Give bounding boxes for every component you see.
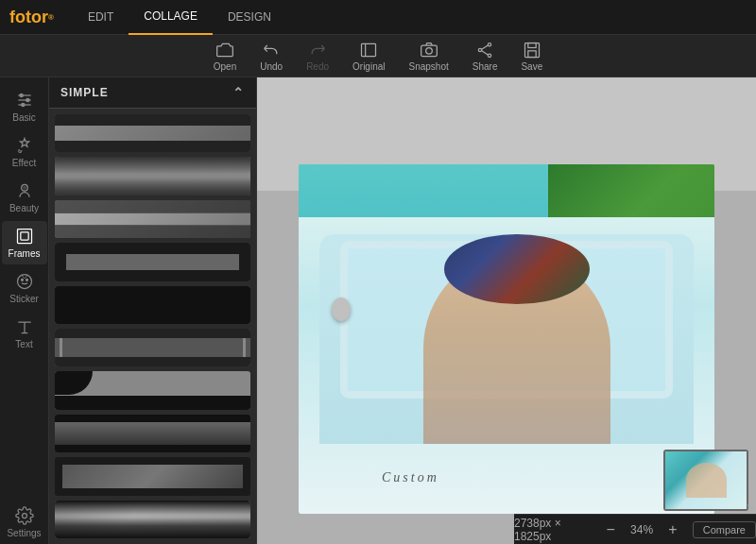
zoom-level: 34%	[630, 523, 653, 536]
redo-button[interactable]: Redo	[306, 41, 329, 72]
sliders-icon	[15, 91, 34, 110]
svg-rect-10	[528, 42, 536, 47]
original-label: Original	[352, 61, 385, 72]
share-button[interactable]: Share	[472, 41, 498, 72]
logo-superscript: ®	[48, 13, 54, 22]
svg-rect-0	[362, 43, 376, 56]
original-icon	[359, 41, 378, 60]
svg-point-19	[23, 186, 26, 189]
sidebar-item-settings[interactable]: Settings	[2, 501, 47, 544]
svg-point-6	[488, 54, 490, 57]
thumbnail-inner	[665, 451, 747, 509]
panel-section-title: SIMPLE	[60, 86, 109, 99]
sidebar-settings-label: Settings	[7, 528, 41, 538]
zoom-increase-button[interactable]: +	[664, 521, 681, 538]
snapshot-button[interactable]: Snapshot	[409, 41, 449, 72]
nav-design[interactable]: DESIGN	[213, 0, 286, 35]
svg-line-7	[482, 45, 489, 49]
sidebar-basic-label: Basic	[12, 112, 35, 123]
resize-handle-icon[interactable]: ⤡	[747, 502, 756, 511]
svg-rect-11	[528, 50, 536, 57]
svg-point-22	[17, 275, 31, 289]
snapshot-label: Snapshot	[409, 61, 449, 72]
frame-thumb-3[interactable]	[55, 200, 250, 238]
redo-icon	[308, 41, 327, 60]
save-button[interactable]: Save	[521, 41, 542, 72]
open-icon	[215, 41, 234, 60]
sidebar-item-sticker[interactable]: Sticker	[2, 266, 47, 310]
beauty-icon	[15, 181, 34, 200]
nav-collage[interactable]: COLLAGE	[129, 0, 213, 35]
frame-thumb-5[interactable]	[55, 286, 250, 324]
svg-line-8	[482, 50, 489, 54]
svg-point-5	[478, 48, 481, 51]
frame-thumb-6[interactable]	[55, 329, 250, 366]
frame-thumb-1[interactable]	[55, 114, 250, 152]
svg-point-4	[488, 42, 490, 45]
svg-point-17	[21, 103, 24, 106]
settings-icon	[15, 506, 34, 525]
sidebar-frames-label: Frames	[9, 248, 41, 259]
open-label: Open	[214, 61, 236, 72]
canvas-area: Custom ⤡ 2738px × 1825px − 34% + Compare	[257, 77, 756, 544]
frame-thumb-10[interactable]	[55, 501, 250, 538]
effect-icon	[15, 136, 34, 155]
text-icon	[15, 317, 34, 336]
sidebar-item-frames[interactable]: Frames	[2, 221, 47, 264]
svg-point-24	[26, 279, 27, 280]
svg-point-16	[26, 98, 28, 101]
save-label: Save	[521, 61, 542, 72]
frame-thumb-2[interactable]	[55, 157, 250, 195]
panel-header: SIMPLE ⌃	[49, 77, 256, 109]
panel-chevron-icon[interactable]: ⌃	[232, 85, 245, 100]
save-icon	[523, 41, 541, 60]
undo-icon	[262, 41, 281, 60]
top-nav: fotor® EDIT COLLAGE DESIGN	[0, 0, 756, 35]
compare-button[interactable]: Compare	[693, 521, 756, 538]
sidebar-item-text[interactable]: Text	[2, 312, 47, 355]
original-button[interactable]: Original	[352, 41, 385, 72]
frames-panel: SIMPLE ⌃	[49, 77, 257, 544]
status-bar: 2738px × 1825px − 34% + Compare	[514, 514, 756, 544]
svg-point-3	[425, 47, 432, 54]
svg-point-15	[20, 94, 23, 96]
logo: fotor®	[9, 8, 54, 27]
snapshot-icon	[420, 41, 438, 60]
frames-icon	[15, 227, 34, 246]
sidebar-text-label: Text	[15, 339, 32, 349]
frames-list	[49, 109, 256, 544]
share-icon	[475, 41, 494, 60]
open-button[interactable]: Open	[214, 41, 236, 72]
sidebar-beauty-label: Beauty	[9, 203, 39, 213]
frame-thumb-7[interactable]	[55, 371, 250, 409]
share-label: Share	[472, 61, 498, 72]
sticker-icon	[15, 272, 34, 291]
undo-label: Undo	[260, 61, 283, 72]
canvas-image: Custom	[299, 164, 714, 514]
sidebar-icons: Basic Effect Beauty Frames	[0, 77, 49, 544]
sidebar-item-basic[interactable]: Basic	[2, 85, 47, 128]
main-area: Basic Effect Beauty Frames	[0, 77, 756, 544]
redo-label: Redo	[306, 61, 329, 72]
thumbnail-preview	[663, 450, 748, 511]
frame-thumb-4[interactable]	[55, 243, 250, 280]
zoom-decrease-button[interactable]: −	[602, 521, 619, 538]
svg-rect-20	[17, 230, 31, 244]
svg-rect-21	[20, 232, 27, 240]
sidebar-item-beauty[interactable]: Beauty	[2, 176, 47, 219]
svg-point-23	[21, 279, 23, 280]
frame-thumb-8[interactable]	[55, 415, 250, 452]
svg-point-25	[22, 514, 26, 518]
nav-items: EDIT COLLAGE DESIGN	[73, 0, 286, 35]
nav-edit[interactable]: EDIT	[73, 0, 129, 35]
svg-rect-2	[421, 45, 437, 57]
sidebar-sticker-label: Sticker	[9, 294, 39, 304]
sidebar-item-effect[interactable]: Effect	[2, 130, 47, 174]
undo-button[interactable]: Undo	[260, 41, 283, 72]
frame-thumb-9[interactable]	[55, 457, 250, 495]
svg-rect-9	[524, 42, 539, 57]
image-dimensions: 2738px × 1825px	[514, 517, 591, 543]
logo-text: fotor	[9, 8, 48, 27]
toolbar: Open Undo Redo Original Snapshot	[0, 35, 756, 77]
sidebar-effect-label: Effect	[12, 158, 36, 168]
